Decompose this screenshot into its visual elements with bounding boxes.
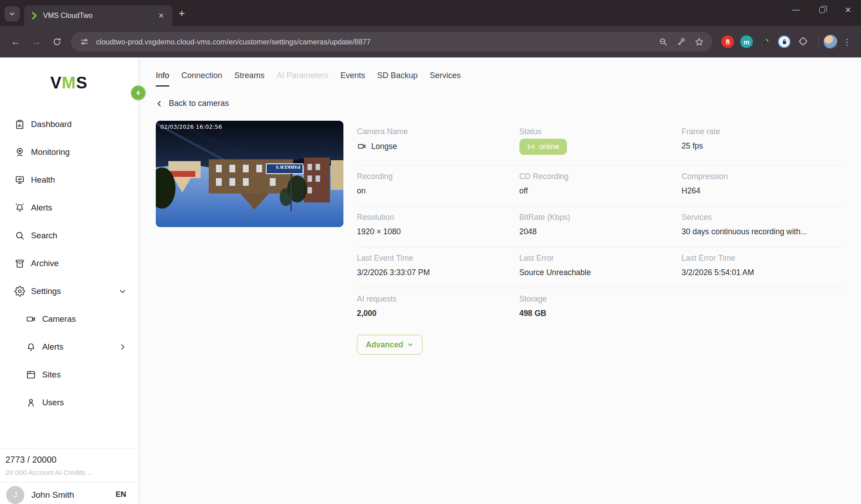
reload-button[interactable] [48, 32, 66, 51]
user-avatar: J [6, 486, 24, 504]
back-to-cameras-link[interactable]: Back to cameras [156, 99, 229, 108]
field-services: Services 30 days continuous recording wi… [681, 213, 844, 237]
toolbar-divider [818, 36, 819, 48]
field-recording: Recording on [357, 172, 519, 196]
detail-row: AI requests 2,000 Storage 498 GB [357, 288, 844, 329]
sidebar: VMS Dashboard Monitoring Health Alerts S… [0, 57, 138, 504]
field-value: H264 [681, 186, 844, 196]
extension-m-icon[interactable]: m [740, 35, 753, 48]
sidebar-item-settings[interactable]: Settings [0, 277, 138, 305]
field-last-error-time: Last Error Time 3/2/2026 5:54:01 AM [681, 254, 844, 277]
tab-close-icon[interactable]: ✕ [156, 11, 166, 21]
language-selector[interactable]: EN [115, 490, 126, 499]
browser-tabstrip: VMS CloudTwo ✕ + — ✕ [0, 0, 861, 26]
chevron-right-icon [119, 343, 126, 351]
back-button[interactable]: ← [6, 32, 25, 51]
sidebar-item-health[interactable]: Health [0, 166, 138, 194]
field-value: 25 fps [681, 141, 844, 151]
browser-tab[interactable]: VMS CloudTwo ✕ [24, 5, 172, 26]
field-label: CD Recording [519, 172, 682, 181]
tab-search-button[interactable] [4, 6, 20, 22]
sidebar-item-alerts[interactable]: Alerts [0, 194, 138, 222]
field-compression: Compression H264 [681, 172, 844, 196]
sidebar-item-archive[interactable]: Archive [0, 250, 138, 277]
field-value: 498 GB [519, 309, 682, 318]
sidebar-item-sites[interactable]: Sites [0, 361, 138, 389]
tab-info[interactable]: Info [156, 71, 169, 87]
tab-connection[interactable]: Connection [181, 71, 222, 87]
field-label: Storage [519, 294, 682, 304]
sidebar-item-search[interactable]: Search [0, 222, 138, 250]
app-root: VMS Dashboard Monitoring Health Alerts S… [0, 57, 861, 504]
field-label: AI requests [357, 294, 519, 304]
minimize-button[interactable]: — [783, 0, 809, 20]
extensions-row: m [721, 35, 809, 48]
field-label: BitRate (Kbps) [519, 213, 682, 222]
field-label: Last Event Time [357, 254, 519, 263]
sidebar-item-label: Search [31, 231, 57, 241]
detail-row: Last Event Time 3/2/2026 3:33:07 PM Last… [357, 247, 844, 288]
camera-timestamp-overlay: 02/03/2026 16:02:56 [160, 123, 222, 130]
arrow-left-icon [135, 89, 142, 96]
sidebar-item-label: Archive [31, 259, 59, 268]
adblock-hand-icon[interactable] [721, 35, 734, 48]
parker-sign-text: PARKER'S [276, 165, 300, 170]
sidebar-item-label: Health [31, 175, 55, 185]
address-bar[interactable]: cloudtwo-prod.vxgdemo.cloud-vms.com/en/c… [71, 32, 712, 52]
sidebar-item-cameras[interactable]: Cameras [0, 305, 138, 333]
sidebar-item-users[interactable]: Users [0, 389, 138, 416]
site-settings-icon[interactable] [78, 35, 91, 48]
eyedropper-icon[interactable] [759, 35, 772, 48]
sidebar-item-alerts-settings[interactable]: Alerts [0, 333, 138, 361]
user-row: J John Smith EN [0, 482, 138, 504]
field-label: Last Error Time [681, 254, 844, 263]
chevron-down-icon [407, 342, 413, 348]
browser-profile-avatar[interactable] [823, 35, 838, 49]
field-value: 30 days continuous recording with... [681, 227, 844, 237]
field-label: Recording [357, 172, 519, 181]
chevron-down-icon [9, 11, 15, 17]
field-label: Frame rate [681, 127, 844, 136]
password-key-icon[interactable] [675, 35, 687, 48]
camera-snapshot: PARKER'S 02/03/2026 16:02:56 [156, 121, 343, 227]
extensions-puzzle-icon[interactable] [797, 35, 809, 48]
broadcast-icon [527, 143, 535, 151]
restore-button[interactable] [809, 0, 835, 20]
zoom-out-icon[interactable] [657, 35, 669, 48]
ai-credits-caption: 20 000 Account AI Credits ... [5, 469, 132, 477]
field-frame-rate: Frame rate 25 fps [681, 127, 844, 155]
close-window-button[interactable]: ✕ [835, 0, 861, 20]
password-manager-lock-icon[interactable] [778, 35, 791, 48]
tab-streams[interactable]: Streams [234, 71, 264, 87]
sidebar-collapse-button[interactable] [131, 85, 146, 101]
url-text[interactable]: cloudtwo-prod.vxgdemo.cloud-vms.com/en/c… [96, 38, 651, 46]
bookmark-star-icon[interactable] [693, 35, 705, 48]
empty-cell [681, 294, 844, 318]
tab-ai-parameters: AI Parameters [277, 71, 328, 87]
field-value: 1920 × 1080 [357, 227, 519, 237]
sidebar-item-dashboard[interactable]: Dashboard [0, 110, 138, 138]
advanced-button-label: Advanced [366, 340, 404, 350]
field-label: Compression [681, 172, 844, 181]
advanced-button[interactable]: Advanced [357, 335, 422, 355]
chevron-left-icon [156, 100, 163, 107]
browser-menu-kebab-icon[interactable]: ⋮ [839, 37, 855, 47]
vms-logo: VMS [0, 74, 138, 92]
ai-credits-used: 2773 / 20000 [5, 455, 132, 465]
new-tab-button[interactable]: + [179, 8, 185, 19]
sidebar-item-monitoring[interactable]: Monitoring [0, 138, 138, 166]
field-ai-requests: AI requests 2,000 [357, 294, 519, 318]
main-content: Info Connection Streams AI Parameters Ev… [138, 57, 861, 504]
tab-events[interactable]: Events [340, 71, 365, 87]
forward-button[interactable]: → [27, 32, 46, 51]
browser-toolbar: ← → cloudtwo-prod.vxgdemo.cloud-vms.com/… [0, 26, 861, 57]
sidebar-item-label: Sites [42, 370, 61, 380]
field-label: Status [519, 127, 682, 136]
field-value: 2048 [519, 227, 682, 237]
tab-services[interactable]: Services [430, 71, 461, 87]
tab-sd-backup[interactable]: SD Backup [377, 71, 417, 87]
camera-tabs: Info Connection Streams AI Parameters Ev… [156, 71, 844, 87]
chevron-down-icon [119, 288, 126, 295]
health-monitor-icon [14, 175, 25, 185]
field-label: Last Error [519, 254, 682, 263]
